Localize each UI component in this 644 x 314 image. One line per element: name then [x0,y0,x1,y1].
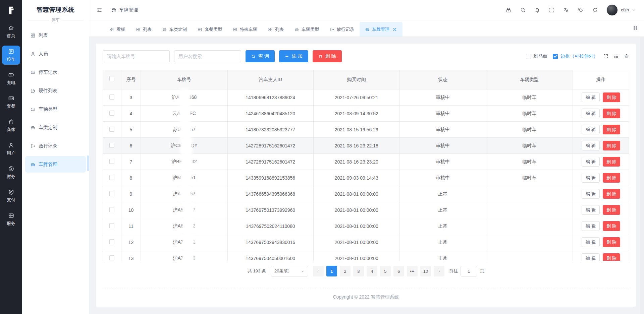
rail-item-套餐[interactable]: 套餐 [2,92,20,112]
tab-套餐类型[interactable]: 套餐类型 [192,22,227,37]
search-icon[interactable] [520,7,526,13]
delete-button[interactable]: 删 除 [603,173,620,183]
delete-button[interactable]: 删 除 [603,109,620,118]
row-checkbox[interactable] [109,239,114,244]
rail-item-首页[interactable]: 首页 [2,22,20,41]
sidebar-item-硬件列表[interactable]: 硬件列表 [25,82,86,99]
window-scrollbar[interactable] [640,37,644,314]
row-checkbox[interactable] [109,175,114,180]
lock-icon[interactable] [505,7,512,13]
tab-车牌管理[interactable]: 车牌管理 [360,22,402,37]
edit-button[interactable]: 编 辑 [582,189,600,199]
breadcrumb[interactable]: 车牌管理 [111,7,138,13]
row-checkbox[interactable] [109,95,114,100]
tab-列表[interactable]: 列表 [130,22,157,37]
rail-item-支付[interactable]: 支付 [2,186,20,205]
row-checkbox[interactable] [109,223,114,228]
edit-button[interactable]: 编 辑 [582,92,600,102]
refresh-icon[interactable] [592,7,598,13]
page-button-1[interactable]: 1 [326,266,337,276]
bell-icon[interactable] [534,7,540,13]
delete-button[interactable]: 删 除 [603,125,620,134]
tab-车辆类型[interactable]: 车辆类型 [289,22,324,37]
tab-list-icon[interactable] [633,25,638,31]
row-checkbox[interactable] [109,191,114,196]
rail-item-商家[interactable]: 商家 [2,116,20,135]
sidebar-item-放行记录[interactable]: 放行记录 [25,138,86,154]
sidebar-item-列表[interactable]: 列表 [25,27,86,44]
tag-icon[interactable] [578,7,584,13]
edit-button[interactable]: 编 辑 [582,141,600,150]
page-button-3[interactable]: 3 [353,266,364,276]
tab-特殊车辆[interactable]: 特殊车辆 [227,22,263,37]
tab-列表[interactable]: 列表 [263,22,289,37]
plate-search-input[interactable] [103,50,170,62]
select-all-checkbox[interactable] [109,76,114,81]
row-checkbox[interactable] [109,127,114,132]
rail-item-用户[interactable]: 用户 [2,139,20,159]
app-logo[interactable] [0,0,22,21]
tab-车类定制[interactable]: 车类定制 [157,22,192,37]
page-button-10[interactable]: 10 [420,266,431,276]
row-checkbox[interactable] [109,159,114,164]
next-page-button[interactable] [434,266,444,276]
menu-fold-icon[interactable] [97,7,102,13]
gear-icon[interactable] [624,54,629,59]
fullscreen-icon[interactable] [603,54,608,59]
tab-放行记录[interactable]: 放行记录 [324,22,360,37]
user-menu[interactable]: cfzh [606,4,636,16]
delete-button[interactable]: 删 除 [603,237,620,247]
edit-button[interactable]: 编 辑 [582,109,600,118]
delete-button[interactable]: 删 除 [603,141,620,150]
close-icon[interactable] [392,27,397,32]
prev-page-button[interactable] [313,266,324,276]
edit-button[interactable]: 编 辑 [582,173,600,183]
edit-button[interactable]: 编 辑 [582,253,600,261]
row-checkbox[interactable] [109,255,114,260]
page-button-2[interactable]: 2 [340,266,351,276]
edit-button[interactable]: 编 辑 [582,237,600,247]
delete-button[interactable]: 删 除 [313,50,342,62]
sidebar-item-人员[interactable]: 人员 [25,46,86,62]
sidebar-item-车牌管理[interactable]: 车牌管理 [25,156,86,173]
rail-item-财务[interactable]: 财务 [2,163,20,182]
goto-page-input[interactable] [461,266,477,276]
col-plate: 车牌号 [141,70,227,89]
sidebar-item-车辆类型[interactable]: 车辆类型 [25,101,86,117]
search-button[interactable]: 查 询 [246,50,275,62]
delete-button[interactable]: 删 除 [603,157,620,167]
app-title: 智慧管理系统 [22,0,89,14]
edit-button[interactable]: 编 辑 [582,221,600,231]
delete-button[interactable]: 删 除 [603,189,620,199]
tab-看板[interactable]: 看板 [104,22,130,37]
fullscreen-icon[interactable] [549,7,555,13]
page-button-5[interactable]: 5 [380,266,391,276]
translate-icon[interactable] [563,7,569,13]
delete-button[interactable]: 删 除 [603,92,620,102]
table-row: 5苏U5714180732320853237772021-08-15 19:56… [103,122,629,138]
page-size-select[interactable]: 20条/页 [271,266,308,276]
edit-button[interactable]: 编 辑 [582,125,600,134]
page-button-6[interactable]: 6 [393,266,404,276]
page-ellipsis[interactable]: ••• [407,266,418,276]
density-icon[interactable] [613,54,619,59]
rail-item-停车[interactable]: 停车 [2,46,20,65]
row-checkbox[interactable] [109,207,114,212]
sidebar-item-车类定制[interactable]: 车类定制 [25,119,86,136]
rail-item-服务[interactable]: 服务 [2,210,20,229]
border-checkbox[interactable]: 边框（可拉伸列） [553,53,598,59]
sidebar-drag-handle[interactable] [87,155,89,171]
edit-button[interactable]: 编 辑 [582,205,600,215]
delete-button[interactable]: 删 除 [603,221,620,231]
edit-button[interactable]: 编 辑 [582,157,600,167]
page-button-4[interactable]: 4 [367,266,377,276]
row-checkbox[interactable] [109,111,114,116]
zebra-checkbox[interactable]: 斑马纹 [526,53,548,59]
delete-button[interactable]: 删 除 [603,253,620,261]
user-search-input[interactable] [174,50,241,62]
add-button[interactable]: 添 加 [279,50,308,62]
delete-button[interactable]: 删 除 [603,205,620,215]
row-checkbox[interactable] [109,143,114,148]
rail-item-充电[interactable]: 充电 [2,69,20,88]
sidebar-item-停车记录[interactable]: 停车记录 [25,64,86,80]
